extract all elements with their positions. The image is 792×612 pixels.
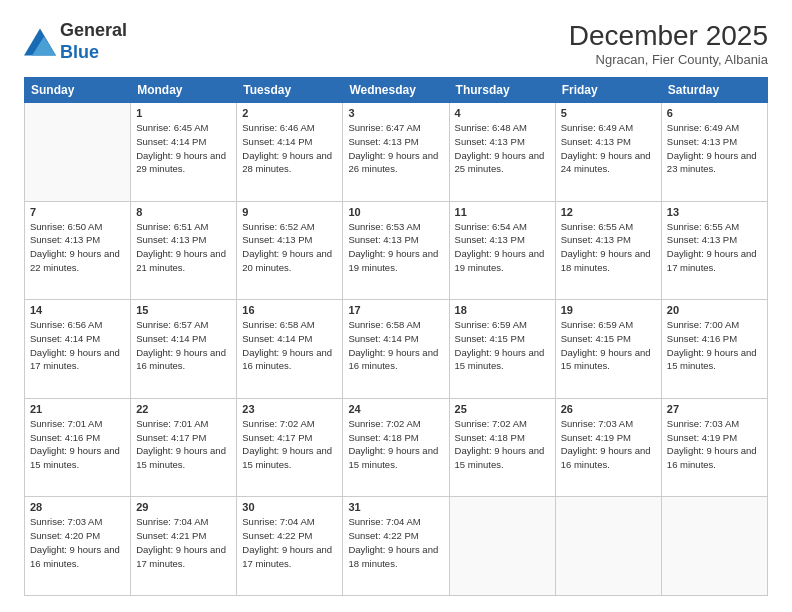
sunrise-text: Sunrise: 6:59 AM bbox=[455, 318, 550, 332]
day-info: Sunrise: 6:45 AMSunset: 4:14 PMDaylight:… bbox=[136, 121, 231, 176]
calendar-week-row: 1Sunrise: 6:45 AMSunset: 4:14 PMDaylight… bbox=[25, 103, 768, 202]
daylight-text: Daylight: 9 hours and 16 minutes. bbox=[136, 346, 231, 374]
table-row: 25Sunrise: 7:02 AMSunset: 4:18 PMDayligh… bbox=[449, 398, 555, 497]
sunrise-text: Sunrise: 7:03 AM bbox=[561, 417, 656, 431]
day-info: Sunrise: 6:50 AMSunset: 4:13 PMDaylight:… bbox=[30, 220, 125, 275]
daylight-text: Daylight: 9 hours and 25 minutes. bbox=[455, 149, 550, 177]
table-row: 10Sunrise: 6:53 AMSunset: 4:13 PMDayligh… bbox=[343, 201, 449, 300]
daylight-text: Daylight: 9 hours and 18 minutes. bbox=[348, 543, 443, 571]
table-row: 2Sunrise: 6:46 AMSunset: 4:14 PMDaylight… bbox=[237, 103, 343, 202]
daylight-text: Daylight: 9 hours and 19 minutes. bbox=[348, 247, 443, 275]
day-info: Sunrise: 6:49 AMSunset: 4:13 PMDaylight:… bbox=[667, 121, 762, 176]
daylight-text: Daylight: 9 hours and 18 minutes. bbox=[561, 247, 656, 275]
day-info: Sunrise: 7:02 AMSunset: 4:18 PMDaylight:… bbox=[455, 417, 550, 472]
daylight-text: Daylight: 9 hours and 16 minutes. bbox=[561, 444, 656, 472]
daylight-text: Daylight: 9 hours and 17 minutes. bbox=[242, 543, 337, 571]
day-number: 4 bbox=[455, 107, 550, 119]
daylight-text: Daylight: 9 hours and 26 minutes. bbox=[348, 149, 443, 177]
sunrise-text: Sunrise: 6:49 AM bbox=[667, 121, 762, 135]
day-info: Sunrise: 6:49 AMSunset: 4:13 PMDaylight:… bbox=[561, 121, 656, 176]
sunset-text: Sunset: 4:13 PM bbox=[667, 135, 762, 149]
calendar-week-row: 28Sunrise: 7:03 AMSunset: 4:20 PMDayligh… bbox=[25, 497, 768, 596]
table-row: 17Sunrise: 6:58 AMSunset: 4:14 PMDayligh… bbox=[343, 300, 449, 399]
sunset-text: Sunset: 4:14 PM bbox=[136, 135, 231, 149]
day-number: 18 bbox=[455, 304, 550, 316]
sunrise-text: Sunrise: 6:48 AM bbox=[455, 121, 550, 135]
table-row: 12Sunrise: 6:55 AMSunset: 4:13 PMDayligh… bbox=[555, 201, 661, 300]
sunrise-text: Sunrise: 6:49 AM bbox=[561, 121, 656, 135]
sunset-text: Sunset: 4:17 PM bbox=[242, 431, 337, 445]
day-info: Sunrise: 6:56 AMSunset: 4:14 PMDaylight:… bbox=[30, 318, 125, 373]
day-info: Sunrise: 7:01 AMSunset: 4:17 PMDaylight:… bbox=[136, 417, 231, 472]
table-row: 9Sunrise: 6:52 AMSunset: 4:13 PMDaylight… bbox=[237, 201, 343, 300]
day-info: Sunrise: 6:52 AMSunset: 4:13 PMDaylight:… bbox=[242, 220, 337, 275]
sunrise-text: Sunrise: 6:54 AM bbox=[455, 220, 550, 234]
sunrise-text: Sunrise: 6:50 AM bbox=[30, 220, 125, 234]
sunset-text: Sunset: 4:13 PM bbox=[667, 233, 762, 247]
day-number: 23 bbox=[242, 403, 337, 415]
sunrise-text: Sunrise: 7:02 AM bbox=[242, 417, 337, 431]
sunrise-text: Sunrise: 6:47 AM bbox=[348, 121, 443, 135]
table-row: 27Sunrise: 7:03 AMSunset: 4:19 PMDayligh… bbox=[661, 398, 767, 497]
table-row: 14Sunrise: 6:56 AMSunset: 4:14 PMDayligh… bbox=[25, 300, 131, 399]
sunrise-text: Sunrise: 7:02 AM bbox=[455, 417, 550, 431]
day-number: 19 bbox=[561, 304, 656, 316]
day-info: Sunrise: 7:01 AMSunset: 4:16 PMDaylight:… bbox=[30, 417, 125, 472]
daylight-text: Daylight: 9 hours and 15 minutes. bbox=[30, 444, 125, 472]
table-row: 21Sunrise: 7:01 AMSunset: 4:16 PMDayligh… bbox=[25, 398, 131, 497]
sunset-text: Sunset: 4:19 PM bbox=[667, 431, 762, 445]
day-number: 28 bbox=[30, 501, 125, 513]
page: General Blue December 2025 Ngracan, Fier… bbox=[0, 0, 792, 612]
table-row: 1Sunrise: 6:45 AMSunset: 4:14 PMDaylight… bbox=[131, 103, 237, 202]
logo: General Blue bbox=[24, 20, 127, 63]
sunset-text: Sunset: 4:18 PM bbox=[455, 431, 550, 445]
daylight-text: Daylight: 9 hours and 17 minutes. bbox=[30, 346, 125, 374]
day-info: Sunrise: 7:04 AMSunset: 4:22 PMDaylight:… bbox=[242, 515, 337, 570]
sunset-text: Sunset: 4:13 PM bbox=[455, 135, 550, 149]
day-number: 29 bbox=[136, 501, 231, 513]
day-number: 5 bbox=[561, 107, 656, 119]
day-number: 27 bbox=[667, 403, 762, 415]
table-row: 16Sunrise: 6:58 AMSunset: 4:14 PMDayligh… bbox=[237, 300, 343, 399]
sunrise-text: Sunrise: 6:55 AM bbox=[667, 220, 762, 234]
daylight-text: Daylight: 9 hours and 17 minutes. bbox=[136, 543, 231, 571]
day-number: 16 bbox=[242, 304, 337, 316]
table-row: 13Sunrise: 6:55 AMSunset: 4:13 PMDayligh… bbox=[661, 201, 767, 300]
day-info: Sunrise: 6:58 AMSunset: 4:14 PMDaylight:… bbox=[242, 318, 337, 373]
sunset-text: Sunset: 4:13 PM bbox=[348, 233, 443, 247]
col-monday: Monday bbox=[131, 78, 237, 103]
daylight-text: Daylight: 9 hours and 15 minutes. bbox=[455, 346, 550, 374]
day-number: 21 bbox=[30, 403, 125, 415]
sunset-text: Sunset: 4:13 PM bbox=[242, 233, 337, 247]
sunset-text: Sunset: 4:14 PM bbox=[348, 332, 443, 346]
day-number: 12 bbox=[561, 206, 656, 218]
day-number: 2 bbox=[242, 107, 337, 119]
col-wednesday: Wednesday bbox=[343, 78, 449, 103]
daylight-text: Daylight: 9 hours and 23 minutes. bbox=[667, 149, 762, 177]
sunset-text: Sunset: 4:16 PM bbox=[30, 431, 125, 445]
calendar-header-row: Sunday Monday Tuesday Wednesday Thursday… bbox=[25, 78, 768, 103]
day-number: 31 bbox=[348, 501, 443, 513]
day-number: 13 bbox=[667, 206, 762, 218]
sunrise-text: Sunrise: 6:59 AM bbox=[561, 318, 656, 332]
sunset-text: Sunset: 4:14 PM bbox=[30, 332, 125, 346]
day-number: 25 bbox=[455, 403, 550, 415]
sunrise-text: Sunrise: 7:00 AM bbox=[667, 318, 762, 332]
table-row: 19Sunrise: 6:59 AMSunset: 4:15 PMDayligh… bbox=[555, 300, 661, 399]
day-info: Sunrise: 7:00 AMSunset: 4:16 PMDaylight:… bbox=[667, 318, 762, 373]
sunrise-text: Sunrise: 7:02 AM bbox=[348, 417, 443, 431]
day-info: Sunrise: 7:03 AMSunset: 4:20 PMDaylight:… bbox=[30, 515, 125, 570]
table-row: 24Sunrise: 7:02 AMSunset: 4:18 PMDayligh… bbox=[343, 398, 449, 497]
sunset-text: Sunset: 4:13 PM bbox=[348, 135, 443, 149]
sunrise-text: Sunrise: 6:56 AM bbox=[30, 318, 125, 332]
sunrise-text: Sunrise: 6:52 AM bbox=[242, 220, 337, 234]
day-info: Sunrise: 6:53 AMSunset: 4:13 PMDaylight:… bbox=[348, 220, 443, 275]
col-saturday: Saturday bbox=[661, 78, 767, 103]
calendar-week-row: 7Sunrise: 6:50 AMSunset: 4:13 PMDaylight… bbox=[25, 201, 768, 300]
day-info: Sunrise: 6:54 AMSunset: 4:13 PMDaylight:… bbox=[455, 220, 550, 275]
daylight-text: Daylight: 9 hours and 20 minutes. bbox=[242, 247, 337, 275]
sunrise-text: Sunrise: 6:46 AM bbox=[242, 121, 337, 135]
day-number: 6 bbox=[667, 107, 762, 119]
sunrise-text: Sunrise: 6:51 AM bbox=[136, 220, 231, 234]
sunrise-text: Sunrise: 7:01 AM bbox=[30, 417, 125, 431]
